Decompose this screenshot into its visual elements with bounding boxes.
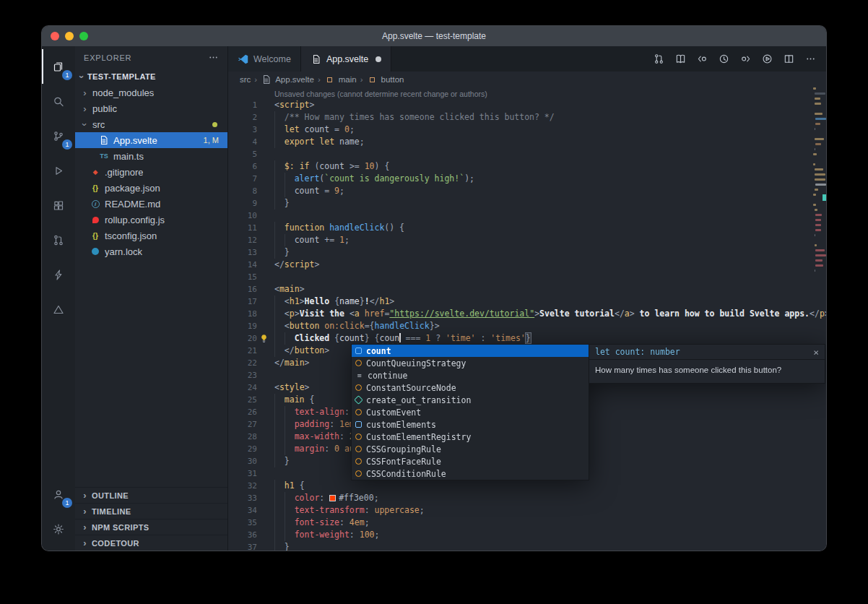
open-preview-icon[interactable] bbox=[674, 53, 686, 65]
code-line-9[interactable]: 9} bbox=[228, 197, 826, 210]
previous-change-icon[interactable] bbox=[696, 53, 708, 65]
suggest-item-continue[interactable]: ≡continue bbox=[352, 369, 589, 381]
code-line-2[interactable]: 2/** How many times has someone clicked … bbox=[228, 111, 826, 124]
code-line-32[interactable]: 32h1 { bbox=[228, 480, 826, 492]
more-actions-icon[interactable] bbox=[804, 53, 816, 65]
code-text: Clicked {count} {coun === 1 ? 'time' : '… bbox=[274, 332, 531, 345]
explorer-title: EXPLORER bbox=[84, 53, 131, 62]
zoom-button[interactable] bbox=[79, 32, 88, 40]
section-outline[interactable]: ›OUTLINE bbox=[75, 487, 227, 503]
minimap[interactable] bbox=[813, 87, 825, 275]
suggest-item-countqueuingstrategy[interactable]: CountQueuingStrategy bbox=[352, 357, 589, 369]
code-token: : bbox=[350, 530, 360, 540]
pull-request-icon[interactable] bbox=[653, 53, 664, 65]
breadcrumb-button[interactable]: button bbox=[367, 74, 404, 85]
activity-remote-explorer[interactable] bbox=[42, 257, 75, 292]
tree-item-main-ts[interactable]: TSmain.ts bbox=[75, 148, 227, 164]
tab-welcome[interactable]: Welcome bbox=[228, 46, 301, 72]
suggest-item-customelementregistry[interactable]: CustomElementRegistry bbox=[352, 431, 589, 443]
tree-item-app-svelte[interactable]: App.svelte1, M bbox=[75, 132, 227, 148]
code-line-5[interactable]: 5 bbox=[228, 148, 826, 160]
minimize-button[interactable] bbox=[65, 32, 74, 40]
code-line-13[interactable]: 13} bbox=[228, 246, 826, 259]
project-header[interactable]: › TEST-TEMPLATE bbox=[75, 69, 227, 85]
gutter bbox=[257, 173, 274, 185]
activity-search[interactable] bbox=[42, 84, 75, 118]
code-line-1[interactable]: 1<script> bbox=[228, 99, 826, 111]
code-line-8[interactable]: 8count = 9; bbox=[228, 185, 826, 197]
file-label: App.svelte bbox=[113, 135, 157, 146]
code-line-14[interactable]: 14</script> bbox=[228, 259, 826, 271]
next-change-icon[interactable] bbox=[739, 53, 751, 65]
code-line-11[interactable]: 11function handleClick() { bbox=[228, 222, 826, 234]
code-line-34[interactable]: 34text-transform: uppercase; bbox=[228, 504, 826, 517]
activity-github-pull-requests[interactable] bbox=[42, 223, 75, 257]
file-label: node_modules bbox=[92, 87, 154, 98]
symbol-icon bbox=[367, 74, 378, 85]
suggest-item-constantsourcenode[interactable]: ConstantSourceNode bbox=[352, 381, 589, 394]
code-token: } bbox=[285, 456, 290, 466]
close-icon[interactable]: × bbox=[813, 348, 819, 357]
activity-extensions[interactable] bbox=[42, 188, 75, 223]
code-line-37[interactable]: 37} bbox=[228, 541, 826, 551]
code-line-33[interactable]: 33color: #ff3e00; bbox=[228, 492, 826, 504]
badge: 1 bbox=[62, 498, 72, 508]
code-line-17[interactable]: 17<h1>Hello {name}!</h1> bbox=[228, 295, 826, 308]
activity-settings[interactable] bbox=[42, 512, 75, 546]
code-line-19[interactable]: 19<button on:click={handleClick}> bbox=[228, 320, 826, 332]
breadcrumb-app-svelte[interactable]: App.svelte bbox=[261, 74, 314, 85]
code-line-15[interactable]: 15 bbox=[228, 271, 826, 283]
section-codetour[interactable]: ›CODETOUR bbox=[75, 535, 227, 551]
split-editor-icon[interactable] bbox=[783, 53, 794, 65]
code-line-18[interactable]: 18<p>Visit the <a href="https://svelte.d… bbox=[228, 308, 826, 320]
indent-guide bbox=[274, 222, 285, 234]
breadcrumb-src[interactable]: src bbox=[240, 75, 251, 84]
code-line-3[interactable]: 3let count = 0; bbox=[228, 124, 826, 136]
suggest-item-customevent[interactable]: CustomEvent bbox=[352, 406, 589, 418]
activity-extension-triangle[interactable] bbox=[42, 292, 75, 327]
code-token: p bbox=[290, 309, 295, 319]
tree-item-yarn-lock[interactable]: yarn.lock bbox=[75, 243, 227, 259]
activity-source-control[interactable]: 1 bbox=[42, 118, 75, 153]
activity-run-and-debug[interactable] bbox=[42, 153, 75, 188]
code-token: ; bbox=[350, 124, 355, 134]
code-line-4[interactable]: 4export let name; bbox=[228, 136, 826, 148]
suggest-item-cssfontfacerule[interactable]: CSSFontFaceRule bbox=[352, 455, 589, 467]
code-line-7[interactable]: 7alert(`count is dangerously high!`); bbox=[228, 173, 826, 185]
explorer-more-actions-icon[interactable] bbox=[207, 52, 219, 64]
suggest-item-cssconditionrule[interactable]: CSSConditionRule bbox=[352, 467, 589, 480]
code-line-12[interactable]: 12count += 1; bbox=[228, 234, 826, 246]
code-line-6[interactable]: 6$: if (count >= 10) { bbox=[228, 160, 826, 173]
suggest-item-cssgroupingrule[interactable]: CSSGroupingRule bbox=[352, 443, 589, 455]
tree-item-src[interactable]: ›src bbox=[75, 116, 227, 132]
suggest-item-create-out-transition[interactable]: create_out_transition bbox=[352, 394, 589, 406]
tree-item-readme-md[interactable]: iREADME.md bbox=[75, 196, 227, 212]
editor[interactable]: Unsaved changes (cannot determine recent… bbox=[228, 87, 826, 551]
section-timeline[interactable]: ›TIMELINE bbox=[75, 503, 227, 519]
file-history-icon[interactable] bbox=[718, 53, 729, 65]
run-file-icon[interactable] bbox=[761, 53, 773, 65]
tab-app-svelte[interactable]: App.svelte bbox=[301, 46, 391, 72]
code-line-36[interactable]: 36font-weight: 100; bbox=[228, 529, 826, 541]
tree-item-tsconfig-json[interactable]: {}tsconfig.json bbox=[75, 228, 227, 243]
activity-accounts[interactable]: 1 bbox=[42, 477, 75, 512]
activity-explorer[interactable]: 1 bbox=[42, 49, 75, 84]
tree-item-public[interactable]: ›public bbox=[75, 100, 227, 116]
section-npm-scripts[interactable]: ›NPM SCRIPTS bbox=[75, 519, 227, 535]
tree-item-package-json[interactable]: {}package.json bbox=[75, 180, 227, 196]
source-control-icon bbox=[53, 130, 64, 142]
suggest-item-customelements[interactable]: customElements bbox=[352, 418, 589, 431]
suggest-item-count[interactable]: count bbox=[352, 345, 589, 357]
tree-item-node-modules[interactable]: ›node_modules bbox=[75, 85, 227, 100]
breadcrumb-main[interactable]: main bbox=[324, 74, 357, 85]
close-button[interactable] bbox=[51, 32, 59, 40]
code-line-10[interactable]: 10 bbox=[228, 210, 826, 222]
tree-item-rollup-config-js[interactable]: rollup.config.js bbox=[75, 212, 227, 228]
code-line-35[interactable]: 35font-size: 4em; bbox=[228, 517, 826, 529]
lightbulb-icon[interactable] bbox=[259, 334, 269, 343]
code-token: let bbox=[285, 124, 305, 134]
tree-item-gitignore[interactable]: ◆.gitignore bbox=[75, 164, 227, 180]
code-line-16[interactable]: 16<main> bbox=[228, 283, 826, 295]
minimap-line bbox=[815, 234, 816, 236]
code-line-20[interactable]: 20Clicked {count} {coun === 1 ? 'time' :… bbox=[228, 332, 826, 345]
